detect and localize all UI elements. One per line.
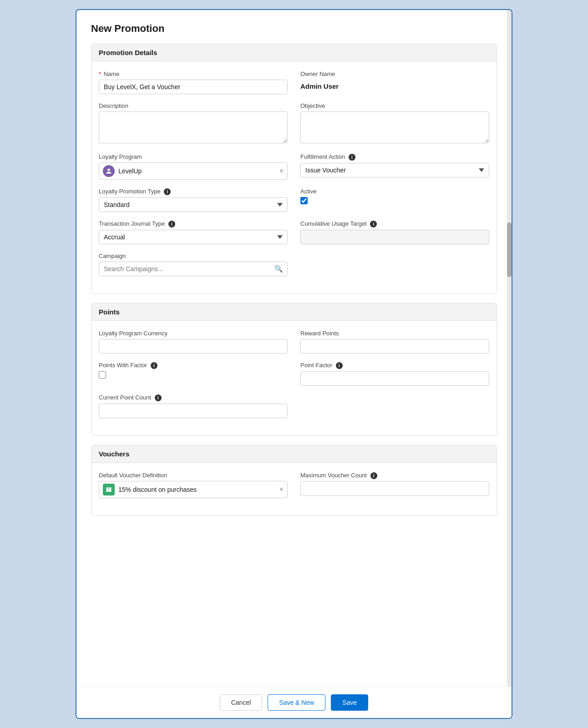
default-voucher-definition-label: Default Voucher Definition [99,472,288,479]
points-section: Points Loyalty Program Currency Reward P… [91,303,497,436]
row-tjt-cut: Transaction Journal Type i Accrual Redem… [99,220,489,244]
maximum-voucher-count-input[interactable] [300,481,489,496]
col-fulfillment-action: Fulfillment Action i Issue Voucher Other [300,153,489,180]
col-reward-points: Reward Points [300,330,489,354]
footer-buttons: Cancel Save & New Save [76,687,512,718]
modal-container: New Promotion Promotion Details * Name O… [76,9,512,719]
col-points-with-factor: Points With Factor i [99,362,288,386]
col-current-point-count: Current Point Count i [99,394,288,418]
loyalty-program-icon [103,165,115,177]
vouchers-body: Default Voucher Definition 15% discount … [91,463,497,516]
ticket-icon [106,486,112,493]
lpt-info-icon: i [164,188,171,195]
row-dvd-mvc: Default Voucher Definition 15% discount … [99,472,489,498]
required-star: * [99,71,101,77]
col-default-voucher-definition: Default Voucher Definition 15% discount … [99,472,288,498]
reward-points-label: Reward Points [300,330,489,337]
col-cumulative-usage-target: Cumulative Usage Target i [300,220,489,244]
tjt-info-icon: i [168,221,175,228]
modal-body: New Promotion Promotion Details * Name O… [76,10,512,571]
owner-value: Admin User [300,80,489,90]
points-with-factor-label: Points With Factor i [99,362,288,369]
reward-points-input[interactable] [300,339,489,354]
vouchers-header: Vouchers [91,445,497,463]
description-textarea[interactable] [99,111,288,143]
row-lpt-active: Loyalty Promotion Type i Standard Advanc… [99,188,489,212]
row-lp-fa: Loyalty Program LevelUp × Fulfillment Ac… [99,153,489,180]
col-cpc-spacer [300,394,489,418]
cpc-info-icon: i [155,394,162,401]
objective-textarea[interactable] [300,111,489,143]
transaction-journal-type-select[interactable]: Accrual Redemption [99,230,288,244]
name-label: * Name [99,71,288,77]
promotion-details-section: Promotion Details * Name Owner Name Admi… [91,44,497,294]
col-transaction-journal-type: Transaction Journal Type i Accrual Redem… [99,220,288,244]
loyalty-program-clear-icon[interactable]: × [279,167,284,175]
point-factor-label: Point Factor i [300,362,489,369]
cumulative-usage-target-label: Cumulative Usage Target i [300,220,489,228]
points-body: Loyalty Program Currency Reward Points P… [91,321,497,435]
current-point-count-input[interactable] [99,404,288,418]
save-button[interactable]: Save [331,694,368,711]
voucher-clear-icon[interactable]: × [279,486,284,493]
current-point-count-label: Current Point Count i [99,394,288,401]
transaction-journal-type-label: Transaction Journal Type i [99,220,288,228]
loyalty-promotion-type-select[interactable]: Standard Advanced [99,197,288,212]
fulfillment-action-select[interactable]: Issue Voucher Other [300,163,489,177]
voucher-field[interactable]: 15% discount on purchases × [99,481,288,498]
row-name-owner: * Name Owner Name Admin User [99,71,489,94]
col-maximum-voucher-count: Maximum Voucher Count i [300,472,489,498]
points-with-factor-checkbox[interactable] [99,371,106,379]
cut-info-icon: i [370,221,377,228]
pf-info-icon: i [336,362,343,369]
cumulative-usage-target-input[interactable] [300,230,489,244]
loyalty-program-label: Loyalty Program [99,153,288,160]
campaign-label: Campaign [99,253,288,259]
col-objective: Objective [300,102,489,145]
active-checkbox[interactable] [300,197,308,204]
point-factor-input[interactable] [300,371,489,386]
col-loyalty-program-currency: Loyalty Program Currency [99,330,288,354]
scrollbar-track[interactable] [507,10,512,718]
save-new-button[interactable]: Save & New [268,694,325,711]
lpc-label: Loyalty Program Currency [99,330,288,337]
col-description: Description [99,102,288,145]
campaign-input[interactable] [99,262,288,276]
loyalty-program-name: LevelUp [118,167,279,175]
person-icon [106,168,112,174]
promotion-details-header: Promotion Details [91,44,497,61]
voucher-icon [103,484,115,495]
col-loyalty-promotion-type: Loyalty Promotion Type i Standard Advanc… [99,188,288,212]
col-point-factor: Point Factor i [300,362,489,386]
fulfillment-action-info-icon: i [349,154,355,161]
active-label: Active [300,188,489,195]
row-cpc: Current Point Count i [99,394,489,418]
campaign-search-field: 🔍 [99,262,288,276]
points-with-factor-checkbox-row [99,371,288,379]
col-loyalty-program: Loyalty Program LevelUp × [99,153,288,180]
cancel-button[interactable]: Cancel [220,694,263,711]
col-active: Active [300,188,489,212]
promotion-details-body: * Name Owner Name Admin User Description [91,61,497,293]
loyalty-program-currency-input[interactable] [99,339,288,354]
col-campaign: Campaign 🔍 [99,253,288,276]
campaign-search-icon: 🔍 [274,265,283,273]
col-campaign-spacer [300,253,489,276]
row-lpc-rp: Loyalty Program Currency Reward Points [99,330,489,354]
scrollbar-thumb[interactable] [507,222,512,277]
points-header: Points [91,303,497,321]
loyalty-program-field[interactable]: LevelUp × [99,162,288,180]
mvc-info-icon: i [370,472,377,479]
name-input[interactable] [99,80,288,94]
vouchers-section: Vouchers Default Voucher Definition 15% … [91,445,497,516]
col-name: * Name [99,71,288,94]
description-label: Description [99,102,288,109]
row-pwf-pf: Points With Factor i Point Factor i [99,362,489,386]
row-desc-obj: Description Objective [99,102,489,145]
maximum-voucher-count-label: Maximum Voucher Count i [300,472,489,479]
pwf-info-icon: i [151,362,157,369]
loyalty-promotion-type-label: Loyalty Promotion Type i [99,188,288,195]
row-campaign: Campaign 🔍 [99,253,489,276]
owner-label: Owner Name [300,71,489,77]
voucher-name: 15% discount on purchases [118,486,279,493]
